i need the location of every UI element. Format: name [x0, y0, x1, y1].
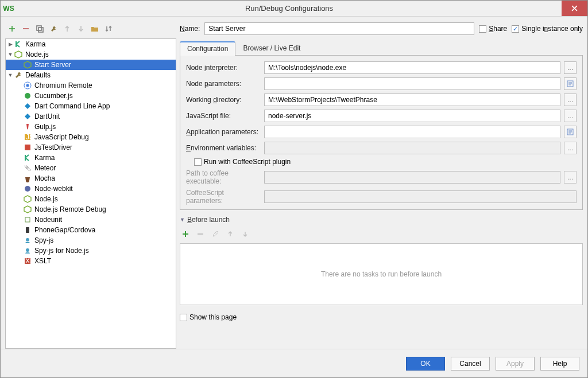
tree-item[interactable]: Chromium Remote	[6, 80, 176, 91]
cancel-button[interactable]: Cancel	[451, 357, 490, 371]
show-this-page-label: Show this page	[189, 313, 237, 321]
show-this-page-checkbox[interactable]: Show this page	[180, 313, 237, 321]
pg-icon	[23, 225, 32, 235]
tree-item[interactable]: Start Server	[6, 60, 176, 70]
remove-icon[interactable]	[20, 23, 32, 34]
close-icon[interactable]	[562, 1, 587, 16]
expand-button[interactable]	[564, 77, 577, 90]
tree-item-label: Nodeunit	[34, 216, 62, 224]
share-checkbox[interactable]: Share	[479, 25, 507, 33]
tree-item[interactable]: Spy-js for Node.js	[6, 245, 176, 256]
name-input[interactable]	[204, 22, 474, 35]
tree-item-label: Spy-js for Node.js	[34, 247, 89, 255]
tree-item-label: PhoneGap/Cordova	[34, 226, 95, 234]
svg-point-12	[26, 248, 29, 252]
tree-item[interactable]: JsTestDriver	[6, 142, 176, 153]
tree-item-label: Node-webkit	[34, 185, 73, 193]
environment-variables-input[interactable]	[264, 142, 560, 154]
tree-item[interactable]: XSXSLT	[6, 256, 176, 266]
sort-icon[interactable]	[103, 23, 114, 34]
add-icon[interactable]	[180, 228, 191, 240]
tree-item-label: DartUnit	[34, 112, 60, 120]
tree-item[interactable]: DartUnit	[6, 111, 176, 122]
chevron-down-icon[interactable]: ▼	[180, 217, 185, 223]
tree-item[interactable]: ▼Node.js	[6, 49, 176, 60]
add-icon[interactable]	[6, 23, 18, 34]
folder-icon[interactable]	[89, 23, 100, 34]
expand-icon[interactable]: ▶	[7, 41, 14, 47]
svg-rect-7	[25, 145, 30, 150]
expand-button[interactable]	[564, 126, 577, 138]
tree-item[interactable]: Mocha	[6, 173, 176, 184]
window-title: Run/Debug Configurations	[17, 4, 562, 13]
before-launch-list[interactable]: There are no tasks to run before launch	[180, 243, 583, 305]
dart-icon	[23, 102, 32, 111]
ok-button[interactable]: OK	[406, 357, 445, 371]
tree-item[interactable]: JSJavaScript Debug	[6, 132, 176, 142]
jstd-icon	[23, 143, 32, 152]
browse-button[interactable]: …	[564, 142, 577, 154]
config-tree[interactable]: ▶Karma▼Node.jsStart Server▼DefaultsChrom…	[5, 38, 176, 349]
empty-tasks-text: There are no tasks to run before launch	[321, 270, 442, 278]
tree-item-label: Defaults	[25, 71, 51, 79]
browse-button[interactable]: …	[564, 61, 577, 74]
svg-rect-9	[25, 217, 30, 222]
tab-browser-live-edit[interactable]: Browser / Live Edit	[235, 41, 308, 56]
dialog-body: ▶Karma▼Node.jsStart Server▼DefaultsChrom…	[1, 17, 587, 349]
tree-item[interactable]: Cucumber.js	[6, 91, 176, 101]
expand-icon[interactable]: ▼	[7, 72, 14, 78]
svg-text:XS: XS	[25, 257, 32, 265]
arrow-up-icon	[225, 228, 236, 240]
tree-item-label: Gulp.js	[34, 123, 56, 131]
svg-rect-1	[38, 28, 43, 32]
javascript-file-input[interactable]	[264, 110, 560, 122]
edit-icon	[210, 228, 221, 240]
expand-icon[interactable]: ▼	[7, 52, 14, 57]
tree-item[interactable]: Karma	[6, 153, 176, 163]
js-icon: JS	[23, 133, 32, 142]
tree-item[interactable]: Spy-js	[6, 235, 176, 245]
tree-item[interactable]: Node.js Remote Debug	[6, 204, 176, 215]
node-interpreter-input[interactable]	[264, 61, 560, 74]
tab-configuration[interactable]: Configuration	[180, 41, 235, 56]
dialog-footer: OK Cancel Apply Help	[1, 349, 587, 377]
tree-item-label: Node.js Remote Debug	[34, 205, 106, 213]
node-parameters-input[interactable]	[264, 77, 560, 90]
tree-item[interactable]: Dart Command Line App	[6, 101, 176, 111]
tree-item-label: Chromium Remote	[34, 81, 92, 89]
browse-button[interactable]: …	[564, 93, 577, 106]
help-button[interactable]: Help	[540, 357, 579, 371]
tree-item-label: Mocha	[34, 174, 55, 182]
tree-item[interactable]: Nodeunit	[6, 215, 176, 225]
node-icon	[14, 50, 23, 59]
tree-item[interactable]: Gulp.js	[6, 122, 176, 132]
environment-variables-label: Environment variables:	[186, 144, 261, 152]
tree-item[interactable]: Node-webkit	[6, 184, 176, 194]
move-up-icon	[61, 23, 73, 34]
tree-item[interactable]: Meteor	[6, 163, 176, 173]
run-coffee-checkbox[interactable]: Run with CoffeeScript plugin	[194, 158, 291, 166]
node-icon	[23, 205, 32, 214]
tree-item[interactable]: ▶Karma	[6, 39, 176, 49]
tree-item-label: Node.js	[25, 50, 49, 59]
working-directory-input[interactable]	[264, 93, 560, 106]
mocha-icon	[23, 174, 32, 183]
coffee-parameters-input	[264, 190, 577, 203]
tree-item[interactable]: ▼Defaults	[6, 70, 176, 80]
application-parameters-input[interactable]	[264, 126, 560, 138]
tree-item[interactable]: Node.js	[6, 194, 176, 204]
browse-button[interactable]: …	[564, 110, 577, 122]
save-template-icon[interactable]	[48, 23, 59, 34]
config-form: Node interpreter: … Node parameters: Wor…	[180, 56, 583, 210]
coffee-executable-label: Path to coffee executable:	[186, 169, 261, 185]
karma-icon	[14, 40, 23, 49]
left-panel: ▶Karma▼Node.jsStart Server▼DefaultsChrom…	[5, 21, 176, 349]
chrome-icon	[23, 81, 32, 90]
meteor-icon	[23, 163, 32, 173]
tree-item[interactable]: PhoneGap/Cordova	[6, 225, 176, 235]
single-instance-checkbox[interactable]: Single instance only	[512, 25, 583, 33]
svg-point-4	[25, 93, 30, 99]
copy-icon[interactable]	[34, 23, 45, 34]
tree-item-label: Meteor	[34, 164, 56, 172]
node-parameters-label: Node parameters:	[186, 80, 261, 88]
